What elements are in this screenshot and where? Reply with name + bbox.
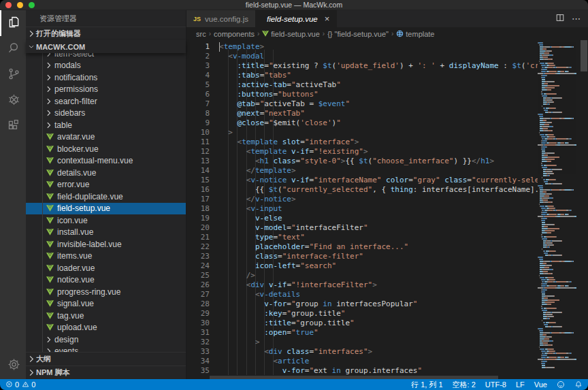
js-icon: JS [193, 16, 201, 22]
notifications-bell-icon[interactable] [574, 380, 583, 389]
tree-item-invisible-label.vue[interactable]: invisible-label.vue [26, 238, 186, 250]
tree-item-modals[interactable]: modals [26, 60, 186, 72]
tree-item-table[interactable]: table [26, 119, 186, 131]
tree-item-details.vue[interactable]: details.vue [26, 167, 186, 179]
activity-item-explorer[interactable] [0, 10, 26, 36]
breadcrumb-item-3[interactable]: field-setup.vue [262, 30, 320, 38]
activity-item-source-control[interactable] [0, 62, 26, 88]
tree-item-field-setup.vue[interactable]: field-setup.vue [26, 203, 186, 215]
cursor-position[interactable]: 行 1, 列 1 [411, 380, 442, 390]
minimap-line [538, 69, 580, 70]
line-number: 27 [186, 290, 210, 299]
feedback-smiley-icon[interactable] [557, 380, 565, 389]
tree-item-search-filter[interactable]: search-filter [26, 95, 186, 108]
breadcrumb-item-5[interactable]: template [396, 30, 434, 38]
horizontal-scrollbar[interactable] [210, 376, 538, 379]
tree-item-error.vue[interactable]: error.vue [26, 179, 186, 191]
tree-item-loader.vue[interactable]: loader.vue [26, 262, 186, 274]
tree-item-field-duplicate.vue[interactable]: field-duplicate.vue [26, 191, 186, 203]
npm-scripts-section[interactable]: NPM 脚本 [26, 365, 186, 379]
split-editor-icon[interactable] [555, 13, 565, 25]
close-window-button[interactable] [5, 2, 12, 8]
eol[interactable]: LF [516, 380, 525, 389]
problems-errors[interactable]: 0 [5, 380, 19, 389]
tree-item-notice.vue[interactable]: notice.vue [26, 274, 186, 287]
problems-warnings[interactable]: 0 [22, 380, 35, 389]
encoding[interactable]: UTF-8 [485, 380, 506, 389]
language-mode[interactable]: Vue [534, 380, 547, 389]
tree-item-label: invisible-label.vue [57, 240, 122, 249]
zoom-window-button[interactable] [29, 2, 35, 8]
chevron-right-icon [46, 86, 51, 93]
scrollbar-thumb[interactable] [210, 376, 498, 379]
open-editors-section[interactable]: 打开的编辑器 [26, 27, 186, 40]
tab-bar: JSvue.config.jsfield-setup.vue× ⋯ [186, 10, 588, 27]
tree-item-upload.vue[interactable]: upload.vue [26, 322, 186, 334]
minimap[interactable] [538, 40, 580, 379]
template-symbol-icon [396, 30, 404, 37]
breadcrumb-item-2[interactable]: components [214, 30, 255, 38]
more-actions-icon[interactable]: ⋯ [572, 14, 581, 24]
breadcrumb-item-1[interactable]: src [196, 30, 206, 38]
code-editor[interactable]: 1<template>2 <v-modal3 :title="existing … [186, 40, 588, 379]
outline-section[interactable]: 大纲 [26, 352, 186, 365]
minimap-line [538, 357, 580, 358]
tree-item-notifications[interactable]: notifications [26, 71, 186, 84]
indentation[interactable]: 空格: 2 [453, 380, 476, 390]
tree-item-permissions[interactable]: permissions [26, 84, 186, 96]
minimap-line [538, 355, 580, 356]
tree-item-icon.vue[interactable]: icon.vue [26, 214, 186, 227]
tree-item-tag.vue[interactable]: tag.vue [26, 310, 186, 322]
tree-item-design[interactable]: design [26, 334, 186, 346]
line-number: 11 [186, 137, 210, 147]
minimap-line [538, 275, 580, 276]
tree-item-item-select[interactable]: item-select [26, 53, 186, 60]
tree-item-signal.vue[interactable]: signal.vue [26, 298, 186, 310]
tree-item-progress-ring.vue[interactable]: progress-ring.vue [26, 286, 186, 298]
minimap-line [538, 183, 580, 184]
scrollbar-thumb[interactable] [581, 40, 587, 71]
tree-item-blocker.vue[interactable]: blocker.vue [26, 143, 186, 155]
tree-item-install.vue[interactable]: install.vue [26, 227, 186, 239]
tree-item-label: signal.vue [57, 299, 94, 308]
tree-item-label: icon.vue [57, 216, 88, 225]
tree-item-contextual-menu.vue[interactable]: contextual-menu.vue [26, 155, 186, 167]
line-number: 8 [186, 109, 210, 118]
npm-scripts-label: NPM 脚本 [36, 368, 70, 378]
activity-item-debug[interactable] [0, 88, 26, 114]
minimap-line [538, 232, 580, 233]
minimap-line [538, 346, 580, 348]
line-content: v-for="group in interfacesPopular" [210, 299, 417, 309]
tree-item-avatar.vue[interactable]: avatar.vue [26, 131, 186, 144]
line-number: 4 [186, 71, 210, 80]
code-line: 29 :key="group.title" [186, 309, 538, 319]
tree-item-items.vue[interactable]: items.vue [26, 250, 186, 263]
minimap-line [538, 220, 580, 221]
minimize-window-button[interactable] [17, 2, 23, 8]
minimap-line [538, 265, 580, 266]
minimap-line [538, 197, 580, 199]
tree-item-events[interactable]: events [26, 346, 186, 353]
breadcrumb-item-4[interactable]: {} "field-setup.vue" [327, 30, 389, 38]
minimap-line [538, 289, 580, 291]
line-content: <template> [210, 42, 264, 52]
activity-item-extensions[interactable] [0, 114, 26, 140]
vertical-scrollbar[interactable] [580, 40, 588, 379]
activity-item-settings[interactable] [0, 352, 26, 379]
line-number: 16 [186, 185, 210, 195]
line-content: > [210, 338, 260, 347]
tree-item-sidebars[interactable]: sidebars [26, 108, 186, 120]
activity-item-search[interactable] [0, 36, 26, 62]
breadcrumb: src›components›field-setup.vue›{} "field… [186, 27, 588, 40]
minimap-line [538, 201, 580, 203]
line-number: 14 [186, 166, 210, 176]
tab-field-setup.vue[interactable]: field-setup.vue× [256, 10, 337, 27]
folder-root-section[interactable]: MACWK.COM [26, 40, 186, 53]
source-control-icon [7, 67, 21, 84]
minimap-line [538, 185, 580, 186]
close-icon[interactable]: × [325, 14, 330, 24]
tab-vue.config.js[interactable]: JSvue.config.js [186, 10, 256, 27]
code-lines: 1<template>2 <v-modal3 :title="existing … [186, 40, 538, 379]
minimap-line [538, 250, 580, 252]
minimap-line [538, 50, 580, 52]
